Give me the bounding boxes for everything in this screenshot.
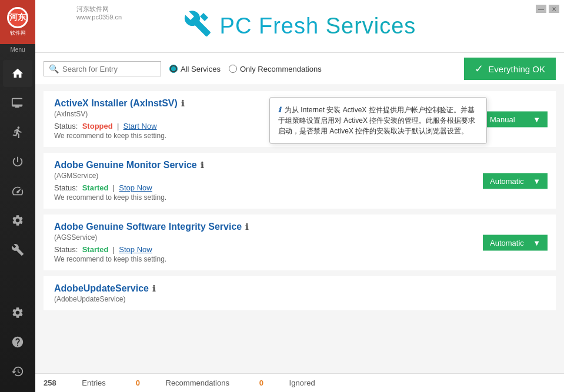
sidebar-item-settings[interactable] [3,207,32,234]
logo-circle: 河东 [7,7,28,28]
watermark-line1: 河东软件网 [76,5,122,14]
service-dropdown-ags[interactable]: Automatic ▼ [483,234,548,250]
app-logo: 河东 软件网 [0,0,35,44]
sidebar-item-power[interactable] [3,148,32,175]
minimize-button[interactable]: — [536,5,546,13]
header-title: PC Fresh Services [220,14,416,39]
service-list: ActiveX Installer (AxInstSV) ℹ (AxInstSV… [35,85,564,373]
close-button[interactable]: ✕ [549,5,559,13]
service-title-agm: Adobe Genuine Monitor Service [54,160,197,170]
service-item-adobeupdate: AdobeUpdateService ℹ (AdobeUpdateService… [44,276,556,310]
service-item-agm: Adobe Genuine Monitor Service ℹ (AGMServ… [44,153,556,209]
service-title-ags: Adobe Genuine Software Integrity Service [54,222,242,232]
info-popup-icon: ℹ [278,106,281,114]
sidebar-item-tools[interactable] [3,236,32,263]
service-title-adobeupdate: AdobeUpdateService [54,283,149,294]
info-icon-activex[interactable]: ℹ [181,99,184,108]
search-icon: 🔍 [49,64,59,73]
ok-button[interactable]: ✓ Everything OK [464,58,556,80]
main-content: 河东软件网 www.pc0359.cn PC Fresh Services — … [35,0,564,392]
status-bar: 258 Entries 0 Recommendations 0 Ignored [35,373,564,392]
search-box[interactable]: 🔍 [44,61,161,76]
service-id-agm: (AGMService) [54,172,548,180]
stop-now-link-ags[interactable]: Stop Now [119,245,152,254]
wrench-icon [183,9,212,43]
dropdown-arrow-ags: ▼ [533,238,540,247]
sidebar-item-speed[interactable] [3,177,32,205]
status-label-ags: Status: [54,245,78,254]
service-item-activex: ActiveX Installer (AxInstSV) ℹ (AxInstSV… [44,91,556,147]
dropdown-value-agm: Automatic [490,176,524,185]
radio-recommendations-label: Only Recommendations [240,65,322,73]
sidebar-item-history[interactable] [3,358,32,385]
info-icon-adobeupdate[interactable]: ℹ [152,284,155,293]
app-header: 河东软件网 www.pc0359.cn PC Fresh Services — … [35,0,564,53]
window-controls: — ✕ [536,5,559,13]
service-id-ags: (AGSService) [54,233,548,242]
stop-now-link-agm[interactable]: Stop Now [119,183,152,192]
service-title-activex: ActiveX Installer (AxInstSV) [54,98,178,109]
logo-text: 软件网 [10,29,26,37]
ok-button-label: Everything OK [488,64,545,74]
radio-recommendations-input[interactable] [229,65,237,73]
status-label-activex: Status: [54,122,78,130]
radio-all-services-input[interactable] [169,65,178,73]
radio-group: All Services Only Recommendations [169,65,322,73]
header-title-rest: Services [319,14,416,38]
watermark-line2: www.pc0359.cn [76,14,122,21]
radio-only-recommendations[interactable]: Only Recommendations [229,65,322,73]
status-value-activex: Stopped [82,122,113,130]
service-dropdown-activex[interactable]: Manual ▼ [483,111,548,127]
status-value-ags: Started [82,245,109,254]
dropdown-value-activex: Manual [490,115,515,123]
info-icon-ags[interactable]: ℹ [245,222,248,232]
header-title-cyan: PC Fresh [220,14,319,38]
service-name-ags: Adobe Genuine Software Integrity Service… [54,222,548,232]
menu-label: Menu [10,46,25,53]
service-recommend-agm: We recommend to keep this setting. [54,193,548,202]
radio-all-services[interactable]: All Services [169,65,221,73]
service-dropdown-agm[interactable]: Automatic ▼ [483,173,548,189]
dropdown-value-ags: Automatic [490,238,524,247]
info-popup-text: 为从 Internet 安装 ActiveX 控件提供用户帐户控制验证。并基于组… [278,106,475,135]
recommendations-count: 0 [136,378,140,387]
sidebar: 河东 软件网 Menu [0,0,35,392]
sidebar-item-run[interactable] [3,119,32,146]
sidebar-item-monitor[interactable] [3,89,32,116]
header-logo: PC Fresh Services [183,9,416,43]
entries-label: Entries [82,378,105,387]
service-name-agm: Adobe Genuine Monitor Service ℹ [54,160,548,170]
start-now-link[interactable]: Start Now [124,122,157,130]
sidebar-item-config[interactable] [3,299,32,326]
status-label-agm: Status: [54,183,78,192]
service-item-ags: Adobe Genuine Software Integrity Service… [44,215,556,270]
check-icon: ✓ [475,62,483,75]
service-status-ags: Status: Started | Stop Now [54,245,548,254]
dropdown-arrow-agm: ▼ [533,176,540,185]
dropdown-arrow-activex: ▼ [533,115,540,123]
service-id-adobeupdate: (AdobeUpdateService) [54,295,548,303]
watermark: 河东软件网 www.pc0359.cn [76,5,122,21]
radio-all-services-label: All Services [181,65,221,73]
sidebar-item-help[interactable] [3,329,32,356]
recommendations-label: Recommendations [166,378,229,387]
search-input[interactable] [62,65,156,73]
toolbar: 🔍 All Services Only Recommendations ✓ Ev… [35,53,564,85]
sidebar-item-home[interactable] [3,60,32,87]
service-recommend-ags: We recommend to keep this setting. [54,255,548,263]
info-icon-agm[interactable]: ℹ [201,160,203,170]
ignored-count: 0 [259,378,263,387]
ignored-label: Ignored [289,378,315,387]
service-status-agm: Status: Started | Stop Now [54,183,548,192]
sidebar-bottom [3,298,32,392]
service-name-adobeupdate: AdobeUpdateService ℹ [54,283,548,294]
entries-count: 258 [44,378,56,387]
status-value-agm: Started [82,183,109,192]
info-popup-activex: ℹ为从 Internet 安装 ActiveX 控件提供用户帐户控制验证。并基于… [269,97,487,144]
